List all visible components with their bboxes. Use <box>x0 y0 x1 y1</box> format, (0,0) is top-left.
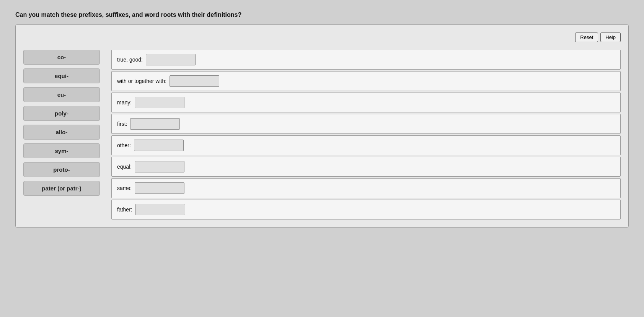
prefix-card-eu[interactable]: eu- <box>23 87 100 102</box>
help-button[interactable]: Help <box>600 33 621 42</box>
definition-label-true-good: true, good: <box>117 57 143 63</box>
definition-label-father: father: <box>117 206 132 213</box>
definition-label-other: other: <box>117 142 131 148</box>
definition-row-equal: equal: <box>111 157 621 177</box>
prefix-card-equi[interactable]: equi- <box>23 68 100 83</box>
reset-button[interactable]: Reset <box>575 33 598 42</box>
prefix-card-poly[interactable]: poly- <box>23 106 100 121</box>
answer-box-same[interactable] <box>135 182 184 194</box>
prefix-card-proto[interactable]: proto- <box>23 162 100 177</box>
definition-row-true-good: true, good: <box>111 50 621 70</box>
prefix-card-sym[interactable]: sym- <box>23 143 100 158</box>
definition-row-first: first: <box>111 114 621 134</box>
main-panel: Reset Help co-equi-eu-poly-allo-sym-prot… <box>15 24 629 228</box>
answer-box-many[interactable] <box>135 97 184 108</box>
answer-box-father[interactable] <box>135 204 185 215</box>
definition-row-with-together: with or together with: <box>111 71 621 91</box>
definition-row-other: other: <box>111 135 621 155</box>
prefix-card-co[interactable]: co- <box>23 50 100 65</box>
answer-box-other[interactable] <box>134 140 184 151</box>
question-text: Can you match these prefixes, suffixes, … <box>15 11 629 18</box>
definition-row-same: same: <box>111 178 621 198</box>
answer-box-with-together[interactable] <box>170 75 219 87</box>
left-column: co-equi-eu-poly-allo-sym-proto-pater (or… <box>23 50 100 196</box>
content-area: co-equi-eu-poly-allo-sym-proto-pater (or… <box>23 50 621 219</box>
answer-box-first[interactable] <box>130 118 180 130</box>
answer-box-equal[interactable] <box>135 161 184 172</box>
prefix-card-pater[interactable]: pater (or patr-) <box>23 181 100 196</box>
definition-label-equal: equal: <box>117 164 132 170</box>
top-buttons: Reset Help <box>23 33 621 42</box>
definition-row-many: many: <box>111 93 621 112</box>
definition-label-many: many: <box>117 99 132 106</box>
definition-label-first: first: <box>117 121 127 127</box>
prefix-card-allo[interactable]: allo- <box>23 125 100 140</box>
definition-row-father: father: <box>111 200 621 219</box>
definition-label-with-together: with or together with: <box>117 78 166 84</box>
definition-label-same: same: <box>117 185 132 191</box>
right-column: true, good:with or together with:many:fi… <box>111 50 621 219</box>
answer-box-true-good[interactable] <box>146 54 196 65</box>
page-container: Can you match these prefixes, suffixes, … <box>8 8 636 231</box>
